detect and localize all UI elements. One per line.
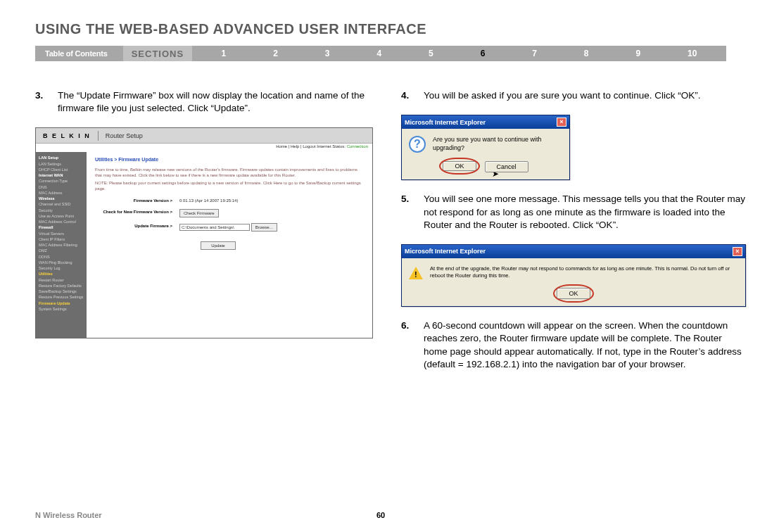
right-column: 4. You will be asked if you are sure you… xyxy=(401,89,746,384)
side-ddns: DDNS xyxy=(39,254,84,260)
step-3: 3. The “Update Firmware” box will now di… xyxy=(35,89,373,115)
side-internet-wan: Internet WAN xyxy=(39,172,84,178)
side-dns: DNS xyxy=(39,184,84,190)
section-link-7[interactable]: 7 xyxy=(532,49,537,58)
step-5-number: 5. xyxy=(401,193,412,232)
side-lan-settings: LAN Settings xyxy=(39,161,84,167)
router-setup-label: Router Setup xyxy=(106,132,143,140)
browse-button[interactable]: Browse... xyxy=(251,223,277,232)
step-3-number: 3. xyxy=(35,89,46,115)
step-5: 5. You will see one more message. This m… xyxy=(401,193,746,232)
section-link-1[interactable]: 1 xyxy=(222,49,227,58)
side-cfilter: Client IP Filters xyxy=(39,236,84,242)
belkin-logo: B E L K I N xyxy=(43,132,91,140)
step-4: 4. You will be asked if you are sure you… xyxy=(401,89,746,102)
step-5-text: You will see one more message. This mess… xyxy=(424,193,746,232)
side-seclog: Security Log xyxy=(39,265,84,271)
side-sys: System Settings xyxy=(39,306,84,312)
firmware-path-input[interactable]: C:\Documents and Settings\ xyxy=(179,224,250,231)
side-restore: Restore Factory Defaults xyxy=(39,283,84,289)
dialog2-message: At the end of the upgrade, the Router ma… xyxy=(430,265,738,279)
side-dmz: DMZ xyxy=(39,248,84,253)
side-restart: Restart Router xyxy=(39,277,84,283)
section-nav-bar: Table of Contents SECTIONS 1 2 3 4 5 6 7… xyxy=(35,46,726,61)
section-link-3[interactable]: 3 xyxy=(325,49,330,58)
side-utilities: Utilities xyxy=(39,271,84,277)
check-firmware-button[interactable]: Check Firmware xyxy=(179,209,219,217)
dialog1-title: Microsoft Internet Explorer xyxy=(405,118,486,127)
ok-button[interactable]: OK xyxy=(443,161,476,171)
router-screenshot: B E L K I N Router Setup Home | Help | L… xyxy=(35,127,373,338)
section-link-8[interactable]: 8 xyxy=(584,49,589,58)
router-body: LAN Setup LAN Settings DHCP Client List … xyxy=(36,152,372,338)
side-block: WAN Ping Blocking xyxy=(39,260,84,265)
step-4-text: You will be asked if you are sure you wa… xyxy=(424,89,746,102)
toc-link[interactable]: Table of Contents xyxy=(35,49,123,58)
section-link-2[interactable]: 2 xyxy=(273,49,278,58)
side-security: Security xyxy=(39,208,84,213)
step-6-text: A 60-second countdown will appear on the… xyxy=(424,319,746,371)
cancel-button[interactable]: Cancel xyxy=(485,161,528,172)
side-fw: Firmware Update xyxy=(39,300,84,306)
page-title: USING THE WEB-BASED ADVANCED USER INTERF… xyxy=(35,21,726,37)
section-link-4[interactable]: 4 xyxy=(376,49,381,58)
update-firmware-row: Update Firmware > C:\Documents and Setti… xyxy=(95,223,364,232)
step-6: 6. A 60-second countdown will appear on … xyxy=(401,319,746,371)
dialog1-buttons: OK ➤ Cancel xyxy=(402,161,569,179)
sections-label: SECTIONS xyxy=(123,46,192,61)
side-firewall: Firewall xyxy=(39,224,84,230)
page-footer: N Wireless Router 60 xyxy=(35,511,726,519)
section-link-6[interactable]: 6 xyxy=(481,49,486,58)
router-header: B E L K I N Router Setup xyxy=(36,128,372,144)
side-wireless: Wireless xyxy=(39,196,84,201)
section-link-5[interactable]: 5 xyxy=(429,49,433,58)
side-macacl: MAC Address Control xyxy=(39,219,84,224)
check-firmware-row: Check for New Firmware Version > Check F… xyxy=(95,209,364,217)
connection-status: Connection xyxy=(347,144,368,148)
update-button[interactable]: Update xyxy=(201,241,236,250)
close-icon[interactable]: × xyxy=(557,118,566,127)
page-number: 60 xyxy=(376,511,385,519)
side-vserv: Virtual Servers xyxy=(39,231,84,236)
section-link-10[interactable]: 10 xyxy=(688,49,697,58)
check-fw-label: Check for New Firmware Version > xyxy=(95,209,179,217)
product-name: N Wireless Router xyxy=(35,511,102,519)
section-link-9[interactable]: 9 xyxy=(635,49,640,58)
dialog1-titlebar: Microsoft Internet Explorer × xyxy=(402,115,569,129)
step-3-text: The “Update Firmware” box will now displ… xyxy=(58,89,373,115)
step-4-number: 4. xyxy=(401,89,412,102)
dialog1-message: Are you sure you want to continue with u… xyxy=(433,136,562,152)
question-icon: ? xyxy=(409,136,426,153)
breadcrumb: Utilities > Firmware Update xyxy=(95,156,364,163)
left-column: 3. The “Update Firmware” box will now di… xyxy=(35,89,373,384)
dialog2-buttons: OK xyxy=(402,288,745,306)
dialog2-body: At the end of the upgrade, the Router ma… xyxy=(402,258,745,288)
router-main: Utilities > Firmware Update From time to… xyxy=(87,152,372,338)
side-dhcp: DHCP Client List xyxy=(39,167,84,172)
ie-dialog-warning: Microsoft Internet Explorer × At the end… xyxy=(401,244,746,307)
router-sidebar: LAN Setup LAN Settings DHCP Client List … xyxy=(36,152,87,338)
side-lan-setup: LAN Setup xyxy=(39,155,84,160)
ok-button[interactable]: OK xyxy=(557,288,590,299)
step-6-number: 6. xyxy=(401,319,412,371)
side-save: Save/Backup Settings xyxy=(39,289,84,294)
fw-version-value: 0.01.13 (Apr 14 2007 19:25:14) xyxy=(179,198,364,203)
content-columns: 3. The “Update Firmware” box will now di… xyxy=(35,89,726,384)
section-numbers: 1 2 3 4 5 6 7 8 9 10 xyxy=(192,49,726,58)
header-divider xyxy=(98,131,99,141)
router-links-text: Home | Help | Logout Internet Status: xyxy=(276,144,346,148)
firmware-para1: From time to time, Belkin may release ne… xyxy=(95,167,364,179)
fw-version-label: Firmware Version > xyxy=(95,198,179,203)
side-prev: Restore Previous Settings xyxy=(39,294,84,300)
close-icon[interactable]: × xyxy=(733,247,742,256)
dialog2-title: Microsoft Internet Explorer xyxy=(405,247,486,255)
ie-dialog-confirm: Microsoft Internet Explorer × ? Are you … xyxy=(401,115,570,180)
firmware-version-row: Firmware Version > 0.01.13 (Apr 14 2007 … xyxy=(95,198,364,203)
side-mac: MAC Address xyxy=(39,190,84,196)
dialog1-body: ? Are you sure you want to continue with… xyxy=(402,129,569,161)
side-chan: Channel and SSID xyxy=(39,201,84,207)
warning-icon xyxy=(409,267,423,279)
side-conn-type: Connection Type xyxy=(39,178,84,184)
side-macfilter: MAC Address Filtering xyxy=(39,242,84,248)
dialog2-titlebar: Microsoft Internet Explorer × xyxy=(402,245,745,258)
